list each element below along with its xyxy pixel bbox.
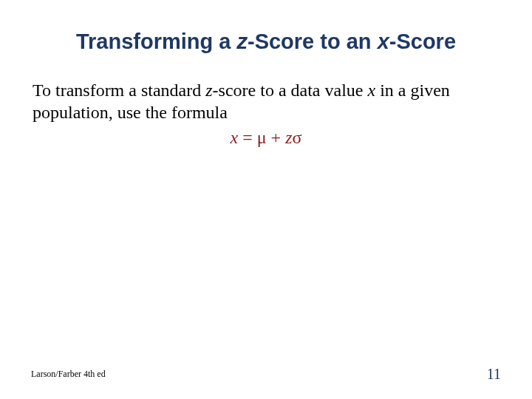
formula-z: z: [285, 128, 292, 147]
title-text-3: -Score: [389, 30, 456, 53]
page-number: 11: [487, 366, 501, 383]
body-text-1: To transform a standard: [33, 81, 205, 100]
body-paragraph: To transform a standard z-score to a dat…: [33, 79, 486, 123]
title-x-var: x: [378, 30, 389, 53]
footer-attribution: Larson/Farber 4th ed: [31, 369, 106, 380]
body-z-var: z: [205, 81, 212, 100]
body-x-var: x: [368, 81, 376, 100]
body-text-2: -score to a data value: [213, 81, 368, 100]
title-z-var: z: [236, 30, 248, 53]
slide-title: Transforming a z-Score to an x-Score: [31, 30, 501, 54]
title-text-2: -Score to an: [248, 30, 378, 53]
slide: Transforming a z-Score to an x-Score To …: [0, 0, 532, 399]
formula-sigma: σ: [293, 128, 302, 147]
formula-x: x: [231, 128, 239, 147]
formula-eq: = μ +: [238, 128, 285, 147]
formula: x = μ + zσ: [31, 128, 501, 148]
title-text-1: Transforming a: [76, 30, 237, 53]
